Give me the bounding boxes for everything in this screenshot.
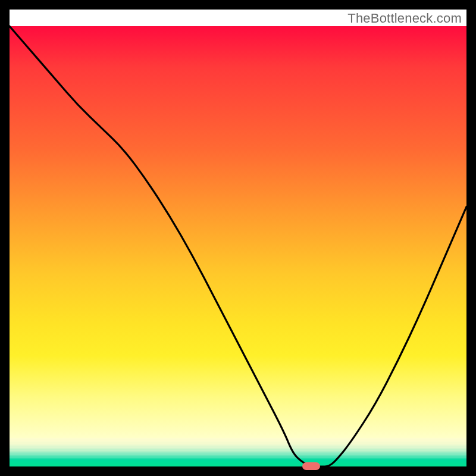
gradient-band <box>10 465 466 467</box>
balance-point-marker <box>302 462 321 470</box>
image-frame: TheBottleneck.com <box>0 0 476 476</box>
chart-plot-area: TheBottleneck.com <box>10 10 466 466</box>
watermark-text: TheBottleneck.com <box>347 11 462 26</box>
chart-gradient-background <box>10 26 466 438</box>
